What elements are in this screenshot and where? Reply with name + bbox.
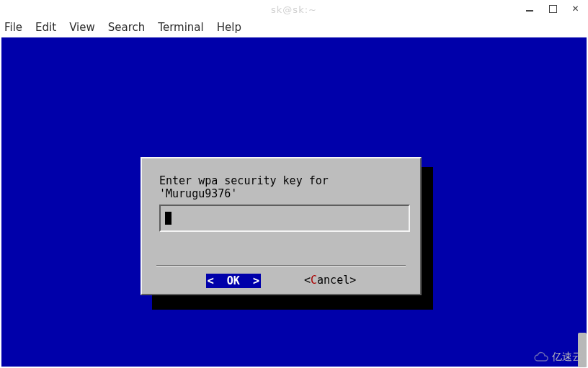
cancel-button[interactable]: <Cancel> bbox=[304, 274, 356, 288]
dialog-separator bbox=[156, 265, 406, 266]
text-cursor-icon bbox=[165, 212, 172, 225]
cancel-rest: ancel> bbox=[317, 274, 356, 287]
minimize-icon[interactable] bbox=[522, 2, 538, 15]
dialog-button-row: < OK > <Cancel> bbox=[149, 274, 413, 288]
window-title: sk@sk:~ bbox=[271, 4, 317, 15]
wpa-key-input[interactable] bbox=[159, 205, 410, 232]
menubar: File Edit View Search Terminal Help bbox=[0, 19, 588, 36]
window-titlebar: sk@sk:~ bbox=[0, 0, 588, 19]
menu-search[interactable]: Search bbox=[108, 21, 146, 34]
prompt-line-2: 'Murugu9376' bbox=[159, 187, 237, 200]
close-icon[interactable] bbox=[568, 2, 584, 15]
ok-button[interactable]: < OK > bbox=[206, 274, 261, 288]
maximize-icon[interactable] bbox=[545, 2, 561, 15]
menu-view[interactable]: View bbox=[69, 21, 95, 34]
dialog-prompt: Enter wpa security key for 'Murugu9376' bbox=[159, 174, 403, 200]
terminal-area: Enter wpa security key for 'Murugu9376' … bbox=[1, 37, 587, 367]
menu-terminal[interactable]: Terminal bbox=[158, 21, 203, 34]
prompt-line-1: Enter wpa security key for bbox=[159, 174, 329, 187]
cancel-bracket-open: < bbox=[304, 274, 311, 287]
watermark: 亿速云 bbox=[533, 351, 582, 364]
window-controls bbox=[522, 2, 584, 15]
watermark-text: 亿速云 bbox=[552, 351, 582, 364]
menu-help[interactable]: Help bbox=[217, 21, 241, 34]
dialog-inner: Enter wpa security key for 'Murugu9376' … bbox=[149, 164, 413, 288]
cancel-hotkey: C bbox=[311, 274, 317, 287]
menu-file[interactable]: File bbox=[4, 21, 22, 34]
wpa-key-dialog: Enter wpa security key for 'Murugu9376' … bbox=[141, 157, 422, 295]
cloud-icon bbox=[533, 351, 549, 363]
menu-edit[interactable]: Edit bbox=[35, 21, 56, 34]
